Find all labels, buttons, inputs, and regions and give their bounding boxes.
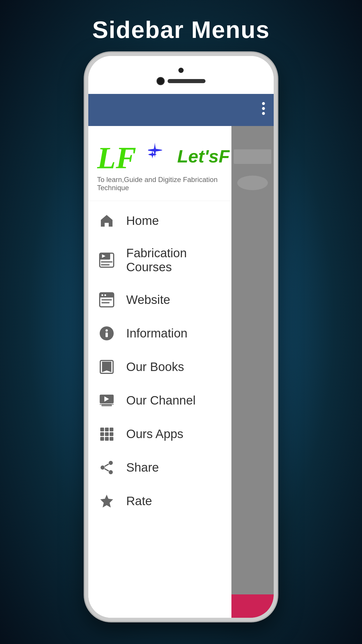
menu-label-our-channel: Our Channel xyxy=(126,393,196,407)
menu-item-home[interactable]: Home xyxy=(88,204,231,237)
browser-icon xyxy=(99,292,115,308)
more-dot-2 xyxy=(262,107,265,110)
svg-rect-26 xyxy=(100,432,104,436)
menu-label-our-books: Our Books xyxy=(126,360,184,374)
svg-rect-31 xyxy=(110,437,113,441)
share-icon xyxy=(99,459,115,475)
menu-label-fabrication-courses: Fabrication Courses xyxy=(126,246,221,274)
menu-item-rate[interactable]: Rate xyxy=(88,484,231,518)
menu-item-our-books[interactable]: Our Books xyxy=(88,350,231,384)
info-icon xyxy=(99,325,115,341)
menu-label-website: Website xyxy=(126,293,170,307)
volume-down-button xyxy=(85,199,86,222)
speaker-bar xyxy=(168,79,205,83)
peek-item-2 xyxy=(237,176,268,190)
menu-label-ours-apps: Ours Apps xyxy=(126,427,183,441)
more-menu-button[interactable] xyxy=(262,102,265,115)
home-icon xyxy=(99,213,115,229)
logo-lf-text: LF xyxy=(97,138,144,173)
svg-rect-12 xyxy=(101,299,112,300)
svg-text:LF: LF xyxy=(97,141,136,173)
book-icon xyxy=(99,359,115,375)
menu-item-website[interactable]: Website xyxy=(88,283,231,316)
menu-item-our-channel[interactable]: Our Channel xyxy=(88,384,231,417)
sidebar-panel: LF Let'sFab xyxy=(88,126,231,618)
svg-rect-13 xyxy=(101,302,110,303)
svg-rect-24 xyxy=(105,428,109,431)
logo-tagline: To learn,Guide and Digitize Fabrication … xyxy=(97,176,222,192)
phone-mockup: LF Let'sFab xyxy=(85,52,277,621)
star-icon xyxy=(99,493,115,509)
menu-item-fabrication-courses[interactable]: Fabrication Courses xyxy=(88,237,231,283)
svg-rect-28 xyxy=(110,432,113,436)
page-title: Sidebar Menus xyxy=(92,16,270,43)
more-dot-3 xyxy=(262,112,265,115)
mute-button xyxy=(85,138,86,155)
channel-icon xyxy=(99,392,115,408)
svg-rect-25 xyxy=(110,428,113,431)
svg-rect-21 xyxy=(101,405,112,406)
svg-text:Let'sFab: Let'sFab xyxy=(177,146,230,166)
power-button xyxy=(276,173,277,205)
logo-brand-name: Let'sFab xyxy=(177,144,230,166)
screen-content: LF Let'sFab xyxy=(88,91,274,618)
volume-up-button xyxy=(85,167,86,190)
svg-rect-7 xyxy=(101,264,110,265)
svg-rect-22 xyxy=(100,404,114,405)
app-bar xyxy=(88,91,274,126)
main-content-peek xyxy=(231,126,274,618)
svg-rect-23 xyxy=(100,428,104,431)
menu-item-ours-apps[interactable]: Ours Apps xyxy=(88,417,231,451)
front-camera xyxy=(157,77,165,85)
svg-line-36 xyxy=(105,469,109,471)
svg-rect-16 xyxy=(106,332,108,337)
svg-marker-18 xyxy=(102,362,111,372)
peek-bottom xyxy=(231,594,274,618)
menu-label-rate: Rate xyxy=(126,494,152,508)
grid-icon xyxy=(99,426,115,442)
phone-screen: LF Let'sFab xyxy=(88,56,274,618)
speaker-area xyxy=(157,77,205,85)
svg-point-34 xyxy=(109,470,113,474)
video-list-icon xyxy=(99,252,115,268)
svg-rect-29 xyxy=(100,437,104,441)
logo-area: LF Let'sFab xyxy=(88,126,231,201)
svg-point-32 xyxy=(109,461,113,465)
svg-marker-2 xyxy=(101,215,113,227)
menu-item-share[interactable]: Share xyxy=(88,451,231,484)
svg-point-10 xyxy=(101,294,103,296)
svg-line-35 xyxy=(105,464,109,466)
svg-marker-37 xyxy=(100,495,113,508)
camera-dot xyxy=(178,68,184,73)
svg-rect-27 xyxy=(105,432,109,436)
menu-label-share: Share xyxy=(126,461,159,475)
svg-rect-30 xyxy=(105,437,109,441)
svg-point-33 xyxy=(101,466,105,470)
svg-point-15 xyxy=(106,329,108,332)
more-dot-1 xyxy=(262,102,265,105)
svg-rect-6 xyxy=(101,261,113,262)
peek-item-1 xyxy=(234,149,271,164)
phone-notch xyxy=(88,56,274,94)
menu-list: Home Fabricat xyxy=(88,201,231,521)
logo-stars xyxy=(148,142,174,168)
logo-container: LF Let'sFab xyxy=(97,138,222,173)
svg-point-11 xyxy=(104,294,106,296)
menu-item-information[interactable]: Information xyxy=(88,316,231,350)
menu-label-home: Home xyxy=(126,214,159,228)
menu-label-information: Information xyxy=(126,326,187,340)
